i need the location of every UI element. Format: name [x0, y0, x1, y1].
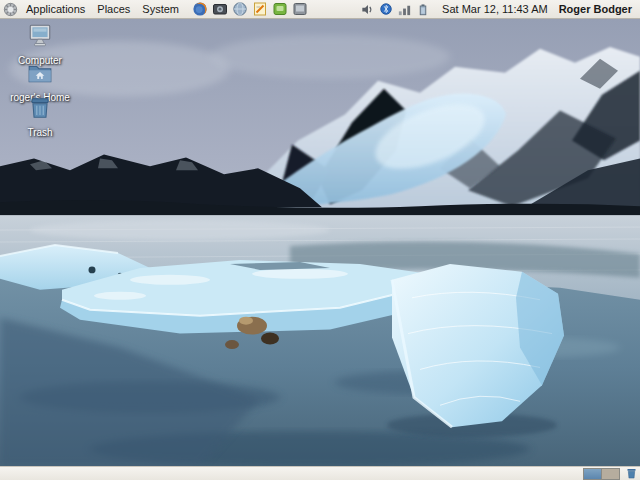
workspace-2[interactable] — [601, 469, 619, 479]
status-area — [360, 2, 430, 17]
desktop-icon-label: Trash — [27, 127, 52, 138]
bottom-panel — [0, 466, 640, 480]
menu-system-label: System — [142, 3, 179, 15]
desktop-icon-trash[interactable]: Trash — [8, 95, 72, 138]
computer-icon — [27, 23, 53, 53]
menu-applications[interactable]: Applications — [20, 0, 91, 19]
menu-system[interactable]: System — [136, 0, 185, 19]
wallpaper-glacier — [0, 19, 640, 466]
writer-icon[interactable] — [251, 1, 268, 18]
clock-applet[interactable]: Sat Mar 12, 11:43 AM — [442, 3, 548, 15]
menu-applications-label: Applications — [26, 3, 85, 15]
menu-places-label: Places — [97, 3, 130, 15]
user-menu[interactable]: Roger Bodger — [556, 3, 635, 15]
top-panel: Applications Places System — [0, 0, 640, 19]
globe-icon[interactable] — [231, 1, 248, 18]
desktop[interactable]: Computer roger's Home — [0, 19, 640, 466]
distro-logo-icon[interactable] — [3, 2, 18, 17]
launcher-area — [191, 1, 308, 18]
bluetooth-icon[interactable] — [379, 2, 393, 16]
trash-applet-icon[interactable] — [626, 468, 637, 479]
package-green-icon[interactable] — [271, 1, 288, 18]
menu-places[interactable]: Places — [91, 0, 136, 19]
firefox-icon[interactable] — [191, 1, 208, 18]
workspace-switcher — [583, 468, 620, 480]
trash-icon — [27, 95, 53, 125]
volume-icon[interactable] — [360, 2, 375, 17]
camera-icon[interactable] — [211, 1, 228, 18]
battery-icon[interactable] — [416, 2, 430, 17]
network-signal-icon[interactable] — [397, 2, 412, 17]
home-folder-icon — [27, 60, 53, 90]
screen-gray-icon[interactable] — [291, 1, 308, 18]
workspace-1[interactable] — [584, 469, 601, 479]
